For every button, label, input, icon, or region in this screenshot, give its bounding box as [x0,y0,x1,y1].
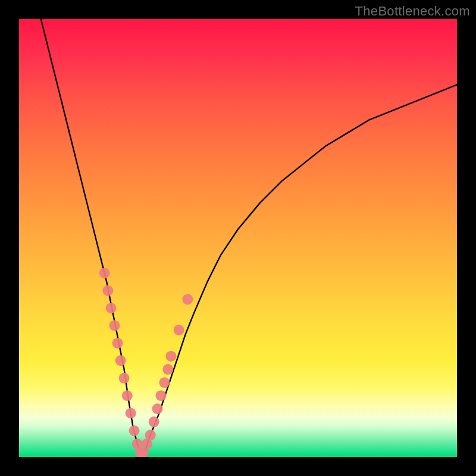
marker-point [152,403,163,414]
marker-point [182,294,193,305]
marker-point [155,390,166,401]
marker-point [159,377,170,388]
marker-point [119,373,130,384]
chart-svg [19,19,457,457]
marker-point [106,303,117,314]
marker-point [165,351,176,362]
marker-point [129,425,140,436]
plot-area [19,19,457,457]
marker-point [109,320,120,331]
marker-point [149,416,159,427]
marker-point [112,338,123,349]
marker-point [145,430,156,440]
chart-container: TheBottleneck.com [0,0,476,476]
watermark-text: TheBottleneck.com [355,4,470,19]
marker-point [162,364,173,375]
marker-point [115,355,126,366]
bottleneck-curve [41,19,457,453]
marker-point [102,285,113,296]
marker-point [174,325,184,336]
marker-point [99,268,110,278]
marker-point [126,408,136,418]
marker-point [122,390,133,401]
